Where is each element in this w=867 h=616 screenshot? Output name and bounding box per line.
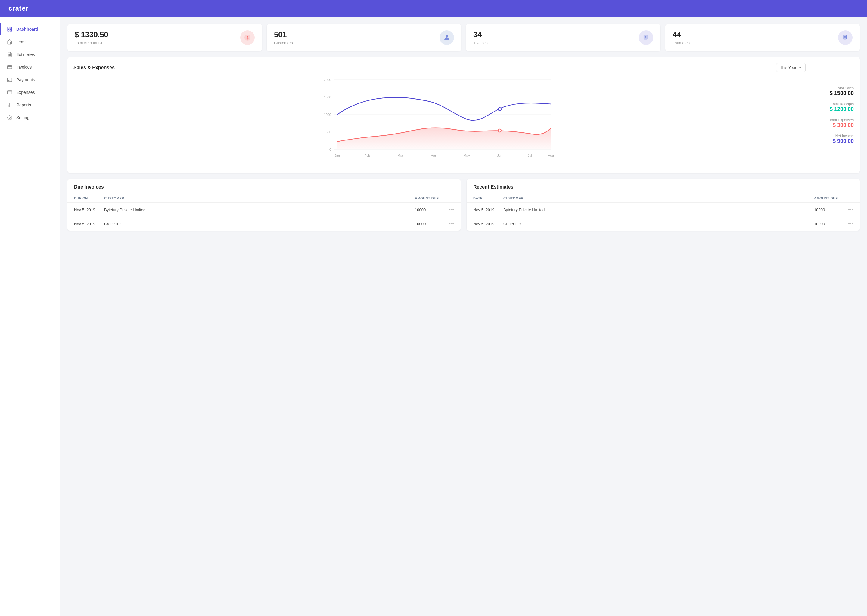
stat-label-amount-due: Total Amount Due <box>75 41 108 45</box>
col-amount-due: AMOUNT DUE <box>415 196 442 200</box>
sidebar-label-dashboard: Dashboard <box>16 27 38 31</box>
due-invoice-row-1: Nov 5, 2019 Crater Inc. 10000 ••• <box>68 217 460 231</box>
net-income-label: Net Income <box>815 134 854 138</box>
invoices-icon <box>6 64 13 70</box>
row-actions-0[interactable]: ••• <box>442 207 454 212</box>
user-icon <box>443 34 450 41</box>
total-sales-value: $ 1500.00 <box>815 90 854 97</box>
net-income-value: $ 900.00 <box>815 138 854 145</box>
sidebar: Dashboard Items Estimates <box>0 17 60 616</box>
recent-estimates-header: DATE CUSTOMER AMOUNT DUE <box>467 194 860 203</box>
stats-row: $ 1330.50 Total Amount Due $ 501 Custome… <box>68 24 860 51</box>
total-expenses-value: $ 300.00 <box>815 122 854 129</box>
items-icon <box>6 39 13 45</box>
col-customer: CUSTOMER <box>104 196 415 200</box>
sidebar-label-reports: Reports <box>16 102 31 107</box>
chevron-down-icon <box>798 66 802 69</box>
sidebar-item-reports[interactable]: Reports <box>0 99 60 111</box>
svg-point-20 <box>446 35 448 38</box>
est-date-1: Nov 5, 2019 <box>473 222 503 226</box>
svg-rect-11 <box>8 91 12 94</box>
sidebar-label-payments: Payments <box>16 77 35 82</box>
svg-rect-2 <box>10 30 12 31</box>
stat-info-invoices: 34 Invoices <box>473 30 488 45</box>
sidebar-label-invoices: Invoices <box>16 64 32 69</box>
net-income-stat: Net Income $ 900.00 <box>815 134 854 145</box>
sidebar-item-estimates[interactable]: Estimates <box>0 48 60 61</box>
stat-value-invoices: 34 <box>473 30 488 39</box>
svg-rect-1 <box>10 27 12 28</box>
expenses-icon <box>6 90 13 95</box>
due-invoices-header: DUE ON CUSTOMER AMOUNT DUE <box>68 194 460 203</box>
layout: Dashboard Items Estimates <box>0 17 867 616</box>
topbar: crater <box>0 0 867 17</box>
total-expenses-stat: Total Expenses $ 300.00 <box>815 118 854 129</box>
settings-icon <box>6 115 13 121</box>
main-content: $ 1330.50 Total Amount Due $ 501 Custome… <box>60 17 867 616</box>
svg-text:Apr: Apr <box>431 154 436 157</box>
svg-text:1000: 1000 <box>324 113 331 116</box>
stat-card-estimates: 44 Estimates <box>665 24 860 51</box>
recent-estimates-title: Recent Estimates <box>467 179 860 194</box>
stat-label-invoices: Invoices <box>473 41 488 45</box>
due-on-1: Nov 5, 2019 <box>74 222 104 226</box>
est-col-actions <box>841 196 853 200</box>
svg-text:500: 500 <box>326 130 331 134</box>
total-sales-stat: Total Sales $ 1500.00 <box>815 86 854 97</box>
stat-label-customers: Customers <box>274 41 293 45</box>
customer-1: Crater Inc. <box>104 222 415 226</box>
svg-text:May: May <box>463 154 470 157</box>
svg-rect-26 <box>843 35 847 39</box>
stat-value-estimates: 44 <box>673 30 690 39</box>
est-customer-0: Bytefury Private Limited <box>503 207 814 212</box>
dashboard-icon <box>6 26 13 32</box>
est-col-customer: CUSTOMER <box>503 196 814 200</box>
svg-text:Jun: Jun <box>497 154 503 157</box>
svg-text:Jan: Jan <box>334 154 340 157</box>
sidebar-item-settings[interactable]: Settings <box>0 111 60 124</box>
col-actions <box>442 196 454 200</box>
svg-rect-3 <box>8 30 9 31</box>
chart-area: Sales & Expenses This Year 2000 1500 1 <box>74 63 812 167</box>
est-row-actions-0[interactable]: ••• <box>841 207 853 212</box>
sales-chart: 2000 1500 1000 500 0 <box>74 75 806 166</box>
invoice-icon-bg <box>639 30 653 45</box>
recent-estimates-section: Recent Estimates DATE CUSTOMER AMOUNT DU… <box>467 179 860 231</box>
dollar-icon-bg: $ <box>240 30 255 45</box>
svg-text:$: $ <box>246 36 248 40</box>
customer-0: Bytefury Private Limited <box>104 207 415 212</box>
tables-row: Due Invoices DUE ON CUSTOMER AMOUNT DUE … <box>68 179 860 231</box>
chart-filter-label: This Year <box>780 65 796 70</box>
sidebar-item-invoices[interactable]: Invoices <box>0 61 60 73</box>
due-on-0: Nov 5, 2019 <box>74 207 104 212</box>
recent-estimate-row-1: Nov 5, 2019 Crater Inc. 10000 ••• <box>467 217 860 231</box>
est-row-actions-1[interactable]: ••• <box>841 221 853 226</box>
sidebar-item-dashboard[interactable]: Dashboard <box>0 23 60 36</box>
est-customer-1: Crater Inc. <box>503 222 814 226</box>
chart-section: Sales & Expenses This Year 2000 1500 1 <box>68 57 860 173</box>
user-icon-bg <box>440 30 454 45</box>
svg-rect-0 <box>8 27 9 28</box>
amount-1: 10000 <box>415 222 442 226</box>
svg-text:Mar: Mar <box>398 154 404 157</box>
stat-info-amount-due: $ 1330.50 Total Amount Due <box>75 30 108 45</box>
stat-value-amount-due: $ 1330.50 <box>75 30 108 39</box>
sidebar-label-settings: Settings <box>16 115 32 120</box>
chart-filter-dropdown[interactable]: This Year <box>776 63 806 72</box>
svg-text:Aug: Aug <box>548 154 554 157</box>
svg-text:2000: 2000 <box>324 78 331 82</box>
dollar-sign-icon: $ <box>244 34 251 41</box>
stat-info-customers: 501 Customers <box>274 30 293 45</box>
stat-card-customers: 501 Customers <box>267 24 461 51</box>
row-actions-1[interactable]: ••• <box>442 221 454 226</box>
est-amount-0: 10000 <box>814 207 841 212</box>
app-logo: crater <box>8 5 28 13</box>
due-invoices-section: Due Invoices DUE ON CUSTOMER AMOUNT DUE … <box>68 179 460 231</box>
expense-dot <box>498 129 501 132</box>
sidebar-item-items[interactable]: Items <box>0 36 60 48</box>
estimate-file-icon <box>842 34 849 41</box>
sidebar-item-expenses[interactable]: Expenses <box>0 86 60 99</box>
sidebar-label-estimates: Estimates <box>16 52 35 57</box>
sidebar-label-items: Items <box>16 39 27 44</box>
sidebar-item-payments[interactable]: Payments <box>0 73 60 86</box>
